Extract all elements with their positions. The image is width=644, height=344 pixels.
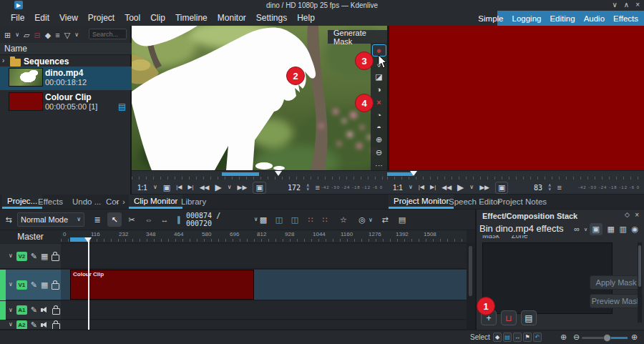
timeline-playhead[interactable] [88,237,89,330]
resize-tool-icon[interactable]: ↔ [157,212,172,227]
play-dropdown-icon[interactable]: ∨ [228,185,232,190]
invert-mask-icon[interactable]: ◑ [373,84,386,94]
apply-mask-button[interactable]: Apply Mask [590,275,643,290]
timer-forward-icon[interactable]: ◔ [373,110,386,120]
rewind-icon[interactable]: ◀◀ [441,185,452,191]
clip-monitor-display[interactable]: Generate Mask ● ♦ ◪ ◑ × ◔ ◓ ⊕ ⊖ ··· [132,26,387,170]
master-track-label[interactable]: Master [0,230,61,243]
bin-menu-icon[interactable]: ≡ [55,31,59,39]
track-effects-wand-icon[interactable]: ✎ [31,321,37,329]
zoom-out-icon[interactable]: ⊖ [573,333,580,341]
bin-clip-row-dino[interactable]: dino.mp4 00:00:18:12 [0,67,132,90]
effect-stack-scrollbar[interactable] [638,242,642,323]
menu-file[interactable]: File [6,11,29,25]
zone-end-icon[interactable]: ▶| [187,185,193,190]
spin-down-icon[interactable]: ∨ [548,187,551,191]
minimize-icon[interactable]: ∨ [613,1,618,9]
workspace-simple[interactable]: Simple [474,14,507,23]
lock-icon[interactable] [52,308,60,315]
float-panel-icon[interactable]: ◇ [625,212,630,218]
zone-bar[interactable] [222,172,259,176]
spin-down-icon[interactable]: ∨ [306,187,309,191]
scale-dropdown-icon[interactable]: ∨ [409,185,413,190]
import-mask-button[interactable]: ▤ [521,310,537,325]
search-input[interactable] [89,29,127,39]
timecode-display[interactable]: 000874 / 000720 ∨ [186,213,258,226]
zoom-fit-icon[interactable]: ⊕ [560,333,567,341]
more-options-icon[interactable]: ··· [373,160,386,170]
video-track-icon[interactable]: ▦ [41,252,48,260]
scale-select[interactable]: 1:1 [137,184,147,192]
workspace-editing[interactable]: Editing [545,14,579,23]
track-header-v1[interactable]: ∨ V1 ✎ ▦ [0,270,61,300]
video-track-icon[interactable]: ▦ [41,281,48,289]
filter-dropdown-icon[interactable]: ∨ [74,32,79,38]
zone-start-icon[interactable]: |◀ [419,185,424,190]
track-lane-a2[interactable] [61,320,467,330]
multitrack-tool-icon[interactable]: ≣ [90,212,104,227]
forward-icon[interactable]: ▶▶ [238,185,248,191]
split-tool-icon[interactable]: ∥ [172,212,186,227]
track-badge[interactable]: V1 [16,280,27,290]
tab-mask[interactable]: Mask [482,235,499,240]
rewind-icon[interactable]: ◀◀ [200,185,210,191]
menu-tool[interactable]: Tool [119,11,145,25]
track-lane-v2[interactable] [61,244,467,269]
track-lane-a1[interactable] [61,301,467,320]
playhead-marker[interactable] [275,171,282,176]
compare-columns-icon[interactable]: ▥ [620,225,627,233]
audio-track-speaker-icon[interactable] [41,307,49,313]
forward-icon[interactable]: ▶▶ [479,185,489,191]
preview-mask-button[interactable]: Preview Mask [590,294,643,308]
track-effects-wand-icon[interactable]: ✎ [31,281,37,289]
monitor-menu-icon[interactable]: ≡ [315,184,319,192]
collapse-chevron-icon[interactable]: ∨ [9,322,13,328]
edit-mode-select[interactable]: Normal Mode ∨ [17,212,84,227]
timer-backward-icon[interactable]: ◓ [373,122,386,132]
workspace-audio[interactable]: Audio [580,14,609,23]
bin-column-header[interactable]: Name [0,43,132,55]
scale-dropdown-icon[interactable]: ∨ [153,185,157,190]
expand-arrow-icon[interactable]: › [2,57,4,64]
tag-icon[interactable]: ◆ [45,31,51,39]
timeline-ruler[interactable]: 0 116 232 348 464 580 696 812 928 1044 1… [61,230,467,243]
maximize-icon[interactable]: ∧ [624,1,629,9]
timeline-vertical-scrollbar[interactable] [467,243,475,330]
project-monitor-display[interactable] [387,26,644,170]
bin-clip-row-colour[interactable]: Colour Clip 00:00:05:00 [1] ▤ [0,91,132,114]
zoom-out-icon[interactable]: ⊖ [373,148,386,158]
add-clip-icon[interactable]: ⊞ [4,31,11,39]
lock-icon[interactable] [52,255,59,261]
timeline-settings-icon[interactable]: ⇆ [1,212,16,227]
fill-bucket-icon[interactable]: ◪ [373,72,386,82]
position-stepper[interactable]: ∧ ∨ [548,184,551,191]
close-icon[interactable]: × [635,1,640,9]
menu-project[interactable]: Project [83,11,119,25]
spacer-tool-icon[interactable]: ⇔ [142,212,156,227]
razor-tool-icon[interactable]: ✂ [125,212,139,227]
zone-inout-icon[interactable]: ▣ [590,223,602,235]
menu-view[interactable]: View [54,11,83,25]
zone-bar[interactable] [387,172,413,176]
zoom-in-icon[interactable]: ⊕ [631,333,638,341]
collapse-chevron-icon[interactable]: ∨ [9,282,13,288]
thumbnails-toggle-icon[interactable]: ▩ [256,212,270,227]
extract-zone-icon[interactable]: ∷ [303,212,318,227]
zoom-in-icon[interactable]: ⊕ [373,135,386,145]
frame-grab-icon[interactable]: ▣ [163,184,170,192]
chevron-down-icon[interactable]: ∨ [584,227,587,232]
clip-monitor-ruler[interactable] [132,170,387,180]
add-clip-dropdown-icon[interactable]: ∨ [15,32,19,38]
mix-clips-icon[interactable]: ◫ [272,212,286,227]
save-effect-icon[interactable]: ▦ [608,225,615,233]
flag-icon[interactable]: ⚑ [523,333,532,342]
fit-zoom-icon[interactable]: ↔ [513,333,522,342]
lift-zone-icon[interactable]: ∷ [318,212,332,227]
track-header-a1[interactable]: ∨ A1 ✎ [0,301,61,320]
filter-icon[interactable]: ▽ [64,31,70,39]
audio-track-speaker-icon[interactable] [41,322,49,328]
collapse-chevron-icon[interactable]: ∨ [9,253,13,259]
play-icon[interactable]: ▶ [215,183,221,192]
menu-settings[interactable]: Settings [251,11,292,25]
zone-mode-icon[interactable]: ▣ [495,182,508,194]
